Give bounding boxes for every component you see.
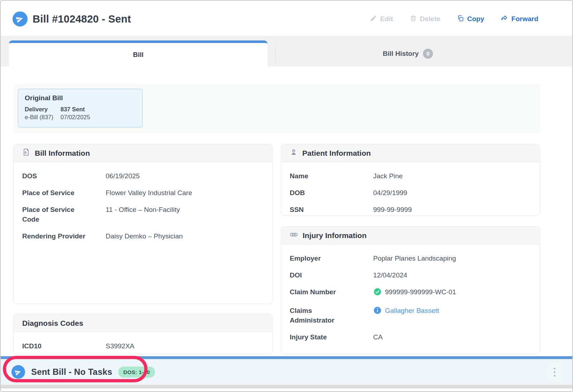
bill-information-header: $ Bill Information bbox=[14, 144, 272, 162]
task-footer: Sent Bill - No Tasks DOS: 1-30 bbox=[1, 359, 572, 385]
claims-administrator-link[interactable]: Gallagher Bassett bbox=[385, 306, 439, 315]
svg-text:$: $ bbox=[25, 151, 27, 154]
bill-information-card: $ Bill Information DOS 06/19/2025 Place … bbox=[13, 144, 273, 304]
info-circle-icon[interactable] bbox=[373, 306, 382, 317]
bill-history-count-badge: 0 bbox=[423, 49, 433, 59]
header-actions: Edit Delete Copy Forward bbox=[370, 14, 538, 24]
table-row: Rendering Provider Daisy Demko – Physici… bbox=[22, 228, 264, 245]
main-content: Original Bill Delivery 837 Sent e-Bill (… bbox=[1, 84, 572, 354]
tab-bar: Bill Bill History 0 bbox=[1, 36, 572, 67]
delivery-value: e-Bill (837) bbox=[25, 114, 61, 121]
copy-button[interactable]: Copy bbox=[457, 15, 485, 24]
copy-icon bbox=[457, 15, 464, 24]
diagnosis-codes-header: Diagnosis Codes bbox=[14, 314, 272, 332]
table-row: Place of Service Flower Valley Industria… bbox=[22, 184, 264, 201]
bottom-strip bbox=[1, 385, 572, 388]
table-row: Claim Number 999999-999999-WC-01 bbox=[290, 284, 531, 302]
page-title: Bill #1024820 - Sent bbox=[33, 13, 131, 25]
table-row: ICD10 S3992XA bbox=[22, 338, 264, 354]
check-circle-icon bbox=[373, 287, 382, 299]
diagnosis-codes-card: Diagnosis Codes ICD10 S3992XA bbox=[13, 314, 273, 354]
dos-badge: DOS: 1-30 bbox=[118, 367, 155, 378]
patient-information-header: Patient Information bbox=[281, 144, 540, 162]
kebab-menu-button[interactable] bbox=[546, 363, 562, 381]
table-row: Name Jack Pine bbox=[290, 168, 531, 184]
sent-bill-icon bbox=[13, 11, 28, 26]
table-row: Place of Service Code 11 - Office – Non-… bbox=[22, 201, 264, 228]
table-row: DOI 12/04/2024 bbox=[290, 267, 531, 284]
pencil-icon bbox=[370, 15, 377, 24]
tab-bill-history[interactable]: Bill History 0 bbox=[276, 40, 565, 67]
status-date: 07/02/2025 bbox=[61, 114, 136, 121]
footer-status-title: Sent Bill - No Tasks bbox=[31, 367, 112, 377]
status-label: 837 Sent bbox=[61, 106, 136, 113]
delete-button[interactable]: Delete bbox=[410, 15, 440, 24]
table-row: Employer Poplar Planes Landscaping bbox=[290, 250, 531, 267]
forward-arrow-icon bbox=[501, 14, 508, 24]
patient-information-card: Patient Information Name Jack Pine DOB 0… bbox=[281, 144, 540, 216]
patient-hardhat-icon bbox=[290, 148, 298, 158]
footer-accent-bar bbox=[1, 356, 572, 359]
edit-button[interactable]: Edit bbox=[370, 15, 393, 24]
injury-information-header: Injury Information bbox=[281, 227, 540, 245]
table-row: SSN 999-99-9999 bbox=[290, 201, 531, 216]
injury-information-card: Injury Information Employer Poplar Plane… bbox=[281, 226, 540, 354]
delivery-label: Delivery bbox=[25, 106, 61, 113]
sent-bill-footer-icon bbox=[11, 365, 25, 379]
table-row: Injury State CA bbox=[290, 329, 531, 345]
bandaid-icon bbox=[290, 231, 298, 241]
original-bill-card[interactable]: Original Bill Delivery 837 Sent e-Bill (… bbox=[18, 89, 143, 127]
table-row: Claims Administrator Gallagher Bassett bbox=[290, 302, 531, 329]
page-header: Bill #1024820 - Sent Edit Delete Copy Fo… bbox=[1, 1, 572, 36]
trash-icon bbox=[410, 15, 417, 24]
table-row: DOB 04/29/1999 bbox=[290, 184, 531, 201]
tab-bill[interactable]: Bill bbox=[9, 40, 268, 67]
bill-versions-strip: Original Bill Delivery 837 Sent e-Bill (… bbox=[13, 84, 540, 133]
table-row: DOS 06/19/2025 bbox=[22, 168, 264, 184]
original-bill-title: Original Bill bbox=[25, 94, 136, 102]
receipt-dollar-icon: $ bbox=[22, 148, 30, 158]
bill-detail-page: Bill #1024820 - Sent Edit Delete Copy Fo… bbox=[0, 0, 573, 392]
forward-button[interactable]: Forward bbox=[501, 14, 538, 24]
